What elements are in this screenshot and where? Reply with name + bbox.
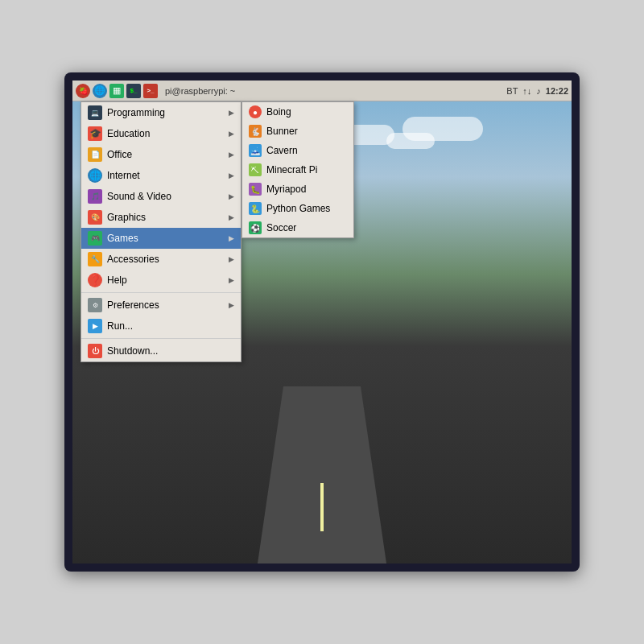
programming-icon: 💻: [88, 105, 102, 120]
cavern-icon: 🗻: [249, 144, 262, 157]
boing-icon: ●: [249, 105, 262, 118]
help-label: Help: [107, 275, 229, 286]
menu-item-run[interactable]: ▶ Run...: [81, 316, 241, 336]
submenu-item-boing[interactable]: ● Boing: [242, 102, 353, 122]
boing-label: Boing: [266, 106, 291, 118]
bunner-icon: 🐇: [249, 125, 262, 138]
office-label: Office: [107, 149, 229, 160]
volume-icon[interactable]: ♪: [536, 86, 541, 96]
sound-video-label: Sound & Video: [107, 191, 229, 202]
menu-item-internet[interactable]: 🌐 Internet ▶: [81, 165, 241, 186]
submenu-item-cavern[interactable]: 🗻 Cavern: [242, 141, 353, 160]
shutdown-label: Shutdown...: [107, 345, 234, 357]
games-label: Games: [107, 233, 229, 244]
accessories-arrow: ▶: [229, 255, 234, 263]
education-icon: 🎓: [88, 126, 102, 141]
menu-item-programming[interactable]: 💻 Programming ▶: [81, 102, 241, 123]
accessories-icon: 🔧: [88, 252, 102, 266]
python-games-label: Python Games: [266, 203, 330, 214]
shutdown-icon: ⏻: [88, 344, 102, 358]
python-games-icon: 🐍: [249, 202, 262, 215]
submenu-item-python-games[interactable]: 🐍 Python Games: [242, 199, 353, 218]
taskbar-right: BT ↑↓ ♪ 12:22: [506, 86, 568, 96]
taskbar-terminal1-icon[interactable]: $_: [126, 84, 141, 98]
sound-video-arrow: ▶: [229, 192, 234, 200]
taskbar-title: pi@raspberrypi: ~: [165, 86, 235, 96]
soccer-icon: ⚽: [249, 221, 262, 234]
run-label: Run...: [107, 320, 234, 332]
menu-item-education[interactable]: 🎓 Education ▶: [81, 123, 241, 144]
minecraft-icon: ⛏: [249, 163, 262, 176]
taskbar-grid-icon[interactable]: ▦: [109, 84, 124, 98]
taskbar-globe-icon[interactable]: 🌐: [93, 84, 107, 98]
menu-separator-2: [81, 338, 241, 339]
graphics-label: Graphics: [107, 212, 229, 223]
programming-label: Programming: [107, 107, 229, 118]
monitor: 🍓 🌐 ▦ $_ >_ pi@raspberrypi: ~ BT ↑↓ ♪ 12…: [64, 72, 580, 572]
games-icon: 🎮: [88, 231, 102, 246]
myriapod-icon: 🐛: [249, 183, 262, 196]
cloud3: [402, 117, 483, 141]
preferences-label: Preferences: [107, 299, 229, 311]
games-arrow: ▶: [229, 234, 234, 242]
menu-item-shutdown[interactable]: ⏻ Shutdown...: [81, 341, 241, 361]
submenu-item-minecraft[interactable]: ⛏ Minecraft Pi: [242, 160, 353, 180]
help-arrow: ▶: [229, 276, 234, 284]
main-menu: 💻 Programming ▶ 🎓 Education ▶ 📄 Office ▶…: [80, 101, 242, 362]
menu-item-sound-video[interactable]: 🎵 Sound & Video ▶: [81, 186, 241, 207]
minecraft-label: Minecraft Pi: [266, 164, 317, 175]
submenu-item-myriapod[interactable]: 🐛 Myriapod: [242, 180, 353, 199]
education-arrow: ▶: [229, 130, 234, 138]
menu-item-help[interactable]: ❓ Help ▶: [81, 270, 241, 291]
soccer-label: Soccer: [266, 222, 296, 233]
menu-item-accessories[interactable]: 🔧 Accessories ▶: [81, 249, 241, 270]
road-line: [320, 483, 324, 531]
graphics-arrow: ▶: [229, 213, 234, 221]
menu-item-preferences[interactable]: ⚙ Preferences ▶: [81, 295, 241, 316]
menu-item-graphics[interactable]: 🎨 Graphics ▶: [81, 207, 241, 228]
preferences-arrow: ▶: [229, 301, 234, 309]
office-arrow: ▶: [229, 151, 234, 159]
internet-icon: 🌐: [88, 168, 102, 183]
menu-separator-1: [81, 292, 241, 293]
menu-item-office[interactable]: 📄 Office ▶: [81, 144, 241, 165]
network-icon[interactable]: ↑↓: [522, 86, 531, 96]
menu-item-games[interactable]: 🎮 Games ▶: [81, 228, 241, 249]
clock: 12:22: [546, 86, 568, 96]
taskbar: 🍓 🌐 ▦ $_ >_ pi@raspberrypi: ~ BT ↑↓ ♪ 12…: [72, 80, 572, 101]
sound-video-icon: 🎵: [88, 189, 102, 204]
help-icon: ❓: [88, 273, 102, 287]
bunner-label: Bunner: [266, 126, 298, 137]
preferences-icon: ⚙: [88, 298, 102, 312]
submenu-item-bunner[interactable]: 🐇 Bunner: [242, 122, 353, 141]
education-label: Education: [107, 128, 229, 139]
submenu-item-soccer[interactable]: ⚽ Soccer: [242, 218, 353, 237]
graphics-icon: 🎨: [88, 210, 102, 225]
cavern-label: Cavern: [266, 145, 298, 156]
taskbar-left: 🍓 🌐 ▦ $_ >_ pi@raspberrypi: ~: [76, 84, 235, 98]
programming-arrow: ▶: [229, 109, 234, 117]
office-icon: 📄: [88, 147, 102, 162]
screen: 🍓 🌐 ▦ $_ >_ pi@raspberrypi: ~ BT ↑↓ ♪ 12…: [72, 80, 572, 564]
myriapod-label: Myriapod: [266, 184, 306, 195]
taskbar-terminal2-icon[interactable]: >_: [143, 84, 158, 98]
bluetooth-icon[interactable]: BT: [506, 86, 518, 96]
internet-arrow: ▶: [229, 171, 234, 180]
games-submenu: ● Boing 🐇 Bunner 🗻 Cavern ⛏ Minecraft Pi…: [242, 101, 354, 238]
internet-label: Internet: [107, 170, 229, 181]
run-icon: ▶: [88, 319, 102, 333]
raspberry-menu-button[interactable]: 🍓: [76, 84, 90, 98]
accessories-label: Accessories: [107, 254, 229, 265]
